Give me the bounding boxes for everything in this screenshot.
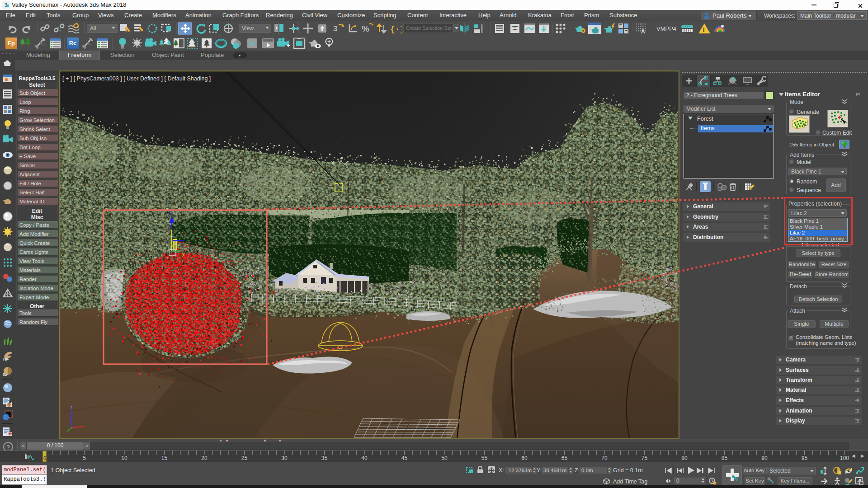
svg-text:40: 40 (361, 455, 368, 461)
svg-text:HF: HF (3, 357, 9, 361)
svg-text:20: 20 (201, 455, 208, 461)
svg-text:!: ! (703, 26, 705, 33)
svg-text:{·}: {·} (390, 25, 402, 34)
svg-text:85: 85 (722, 455, 728, 461)
svg-text:65: 65 (561, 455, 568, 461)
svg-text:55: 55 (481, 455, 488, 461)
svg-text:50: 50 (441, 455, 448, 461)
svg-text:45: 45 (401, 455, 408, 461)
svg-text:80: 80 (681, 455, 688, 461)
svg-text:30: 30 (281, 455, 288, 461)
svg-text:10: 10 (121, 455, 127, 461)
svg-text:5: 5 (83, 455, 86, 461)
svg-text:60: 60 (521, 455, 528, 461)
svg-text:35: 35 (321, 455, 328, 461)
svg-text:A: A (641, 28, 645, 34)
svg-text:90: 90 (761, 455, 768, 461)
svg-text:95: 95 (802, 455, 808, 461)
svg-text:y: y (182, 252, 184, 257)
svg-text:%: % (362, 24, 369, 33)
svg-text:z: z (71, 405, 73, 409)
svg-text:75: 75 (642, 455, 648, 461)
svg-text:0x: 0x (3, 372, 7, 377)
svg-text:70: 70 (601, 455, 608, 461)
svg-text:25: 25 (241, 455, 248, 461)
svg-text:3: 3 (333, 24, 337, 33)
svg-text:15: 15 (161, 455, 168, 461)
svg-text:[ + ] [ PhysCamera003 ] [ User: [ + ] [ PhysCamera003 ] [ User Defined ]… (62, 75, 211, 82)
svg-text:100: 100 (840, 455, 849, 461)
svg-text:z: z (170, 211, 172, 216)
